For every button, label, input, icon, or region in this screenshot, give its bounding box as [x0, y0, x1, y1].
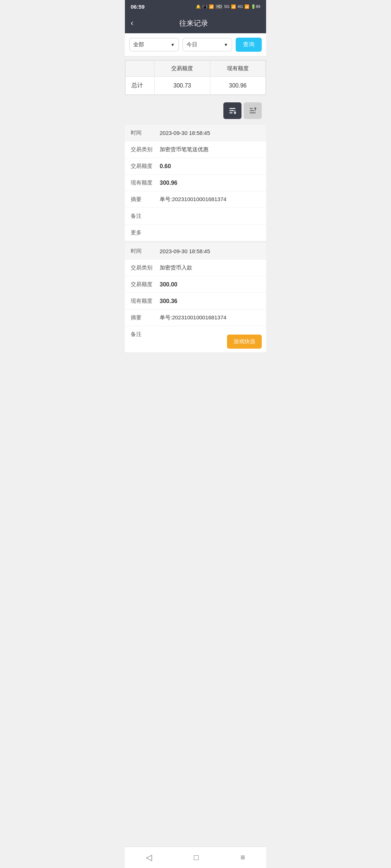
transaction-2-time-row: 时间 2023-09-30 18:58:45: [125, 243, 266, 260]
wifi-icon: 📶: [209, 4, 214, 9]
summary-value-2: 单号:202310010001681374: [160, 314, 260, 321]
sort-asc-button[interactable]: [244, 102, 262, 119]
game-quick-select-button[interactable]: 游戏快选: [227, 335, 262, 349]
amount-value-2: 300.00: [160, 281, 260, 288]
date-filter-select[interactable]: 今日 ▼: [182, 38, 232, 51]
transaction-2-remark-row: 备注 游戏快选: [125, 326, 266, 352]
transaction-1-time-row: 时间 2023-09-30 18:58:45: [125, 125, 266, 141]
summary-table: 交易额度 现有额度 总计 300.73 300.96: [125, 60, 266, 95]
main-content: 全部 ▼ 今日 ▼ 查询 交易额度 现有额度 总计 300.73 300.96: [125, 33, 266, 376]
header: ‹ 往来记录: [125, 13, 266, 33]
type-filter-label: 全部: [133, 41, 144, 48]
transaction-2-summary-row: 摘要 单号:202310010001681374: [125, 310, 266, 326]
transaction-1-summary-row: 摘要 单号:202310010001681374: [125, 191, 266, 208]
signal-icon-1: 📶: [231, 4, 236, 9]
time-value-1: 2023-09-30 18:58:45: [160, 130, 260, 136]
type-label-1: 交易类别: [131, 146, 160, 153]
5g-icon: 5G: [224, 4, 230, 9]
balance-value-1: 300.96: [160, 180, 260, 186]
transaction-1-amount-row: 交易额度 0.60: [125, 158, 266, 175]
status-bar: 06:59 🔔 📳 📶 HD 5G 📶 4G 📶 🔋89: [125, 0, 266, 13]
remark-label-1: 备注: [131, 213, 160, 220]
summary-amount: 300.73: [155, 77, 210, 95]
type-value-2: 加密货币入款: [160, 264, 260, 271]
amount-value-1: 0.60: [160, 163, 260, 170]
summary-balance: 300.96: [210, 77, 266, 95]
status-icons: 🔔 📳 📶 HD 5G 📶 4G 📶 🔋89: [196, 4, 260, 9]
signal-icon-2: 📶: [244, 4, 249, 9]
transaction-1-type-row: 交易类别 加密货币笔笔送优惠: [125, 141, 266, 158]
vibrate-icon: 📳: [202, 4, 207, 9]
filter-bar: 全部 ▼ 今日 ▼ 查询: [125, 33, 266, 56]
battery-icon: 🔋89: [251, 4, 260, 9]
summary-col1-header: [126, 61, 155, 77]
summary-value-1: 单号:202310010001681374: [160, 196, 260, 203]
hd-badge: HD: [215, 4, 223, 9]
page-title: 往来记录: [138, 18, 249, 28]
date-filter-chevron-icon: ▼: [224, 42, 228, 47]
summary-label-1: 摘要: [131, 196, 160, 203]
transaction-1-balance-row: 现有额度 300.96: [125, 175, 266, 191]
amount-label-2: 交易额度: [131, 281, 160, 288]
more-label-1: 更多: [131, 229, 160, 236]
summary-col2-header: 交易额度: [155, 61, 210, 77]
time-value-2: 2023-09-30 18:58:45: [160, 248, 260, 254]
type-label-2: 交易类别: [131, 264, 160, 271]
transaction-1-remark-row: 备注: [125, 208, 266, 225]
summary-col3-header: 现有额度: [210, 61, 266, 77]
transaction-card-2: 时间 2023-09-30 18:58:45 交易类别 加密货币入款 交易额度 …: [125, 243, 266, 352]
back-button[interactable]: ‹: [131, 18, 133, 28]
type-filter-select[interactable]: 全部 ▼: [129, 38, 179, 51]
summary-label-2: 摘要: [131, 314, 160, 321]
balance-label-2: 现有额度: [131, 298, 160, 305]
transaction-card-1: 时间 2023-09-30 18:58:45 交易类别 加密货币笔笔送优惠 交易…: [125, 125, 266, 241]
date-filter-label: 今日: [186, 41, 197, 48]
query-button[interactable]: 查询: [236, 38, 262, 52]
status-time: 06:59: [131, 4, 144, 10]
time-label-1: 时间: [131, 129, 160, 136]
balance-label-1: 现有额度: [131, 179, 160, 186]
amount-label-1: 交易额度: [131, 163, 160, 170]
sort-desc-button[interactable]: [223, 102, 241, 119]
remark-label-2: 备注: [131, 331, 160, 338]
type-filter-chevron-icon: ▼: [171, 42, 175, 47]
transaction-1-more-row[interactable]: 更多: [125, 225, 266, 241]
type-value-1: 加密货币笔笔送优惠: [160, 146, 260, 153]
alarm-icon: 🔔: [196, 4, 201, 9]
time-label-2: 时间: [131, 248, 160, 255]
transaction-2-balance-row: 现有额度 300.36: [125, 293, 266, 310]
summary-row-label: 总计: [126, 77, 155, 95]
balance-value-2: 300.36: [160, 298, 260, 305]
sort-buttons: [125, 99, 266, 123]
4g-icon: 4G: [237, 4, 243, 9]
transaction-2-type-row: 交易类别 加密货币入款: [125, 260, 266, 276]
transaction-2-amount-row: 交易额度 300.00: [125, 276, 266, 293]
